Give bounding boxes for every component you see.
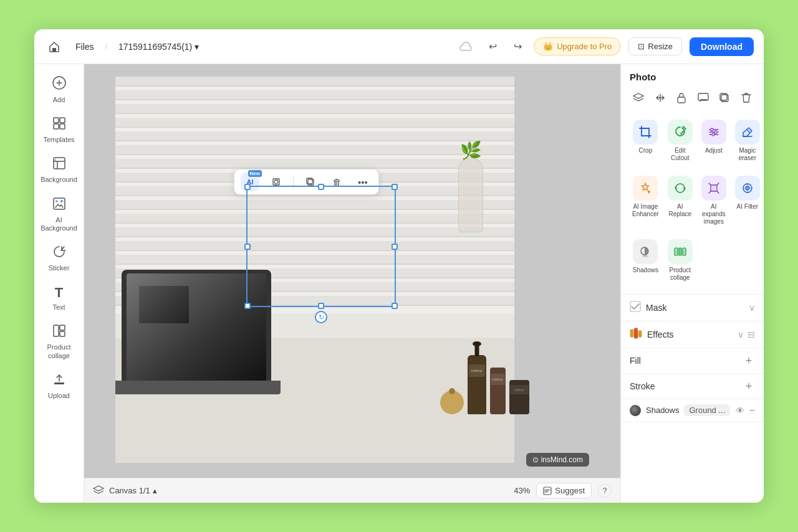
shadow-visibility-icon[interactable]: 👁 <box>736 406 744 416</box>
selection-handle-ml[interactable] <box>244 244 251 250</box>
stroke-row: Stroke + <box>621 374 764 399</box>
sidebar-item-sticker-label: Sticker <box>49 264 70 272</box>
svg-rect-0 <box>52 48 56 52</box>
selection-handle-tr[interactable] <box>392 184 398 190</box>
tool-edit-cutout[interactable]: Edit Cutout <box>665 115 695 167</box>
laptop-screen <box>127 273 266 382</box>
vase-body <box>458 158 483 232</box>
fill-add-button[interactable]: + <box>743 354 755 367</box>
files-button[interactable]: Files <box>72 39 98 54</box>
ai-expands-label: AI expands images <box>701 203 726 226</box>
tool-adjust[interactable]: Adjust <box>699 115 729 167</box>
selection-handle-bl[interactable] <box>244 303 251 309</box>
rotate-handle[interactable]: ↻ <box>315 311 327 323</box>
home-button[interactable] <box>44 37 64 57</box>
download-button[interactable]: Download <box>690 37 754 56</box>
selection-box[interactable]: ↻ isMind isMind <box>246 186 396 307</box>
ai-replace-label: AI Replace <box>668 203 693 218</box>
layers-action-icon[interactable] <box>630 88 648 107</box>
suggest-button[interactable]: Suggest <box>536 483 592 498</box>
svg-rect-37 <box>635 328 638 338</box>
crop-label: Crop <box>639 147 653 154</box>
shadows-icon <box>633 239 658 264</box>
selection-handle-bc[interactable] <box>318 303 324 309</box>
svg-point-26 <box>712 133 714 136</box>
canvas-label[interactable]: Canvas 1/1 ▴ <box>109 486 157 495</box>
selection-handle-tc[interactable] <box>318 184 324 190</box>
sidebar-item-text-label: Text <box>52 303 65 311</box>
sidebar-item-ai-background[interactable]: AI Background <box>38 192 80 237</box>
shadows-label: Shadows <box>633 267 658 274</box>
delete-action-icon[interactable] <box>738 88 756 107</box>
upgrade-button[interactable]: 👑 Upgrade to Pro <box>534 37 621 55</box>
canvas-label-text: Canvas 1/1 <box>109 486 150 495</box>
transform-action-icon[interactable] <box>651 88 670 107</box>
sidebar-item-background[interactable]: Background <box>38 151 80 189</box>
left-sidebar: Add Templates <box>34 64 84 503</box>
filename-display[interactable]: 1715911695745(1) ▾ <box>115 39 203 54</box>
text-icon: T <box>55 285 63 301</box>
svg-rect-34 <box>683 248 686 255</box>
sidebar-item-templates[interactable]: Templates <box>38 112 80 149</box>
background-icon <box>52 156 66 173</box>
canvas-inner[interactable]: 🌿 AI New <box>84 64 620 478</box>
canvas-bottom-left: Canvas 1/1 ▴ <box>93 485 157 496</box>
filename-text: 1715911695745(1) <box>118 42 192 52</box>
sidebar-item-add[interactable]: Add <box>38 70 80 109</box>
tool-product-collage[interactable]: Product collage <box>665 234 695 287</box>
fill-label: Fill <box>630 356 641 366</box>
help-button[interactable]: ? <box>598 484 612 498</box>
lock-action-icon[interactable] <box>673 88 691 107</box>
tool-ai-enhancer[interactable]: AI Image Enhancer <box>630 171 661 230</box>
tool-magic-eraser[interactable]: Magic eraser <box>733 115 762 167</box>
sticker-icon <box>52 245 66 262</box>
mask-icon <box>630 301 641 315</box>
tool-shadows[interactable]: Shadows <box>630 234 661 287</box>
svg-point-10 <box>55 200 58 202</box>
effects-row[interactable]: Effects ∨ ⊟ <box>621 321 764 348</box>
undo-button[interactable]: ↩ <box>484 38 501 55</box>
duplicate-action-icon[interactable] <box>716 88 734 107</box>
mask-row-actions: ∨ <box>749 303 755 313</box>
tool-ai-replace[interactable]: AI Replace <box>665 171 695 230</box>
stroke-add-button[interactable]: + <box>743 380 755 392</box>
product-4: isMind <box>509 380 529 414</box>
effects-chevron-icon: ∨ <box>738 330 744 340</box>
effects-settings-icon[interactable]: ⊟ <box>748 330 755 340</box>
svg-rect-20 <box>678 97 685 103</box>
svg-rect-5 <box>60 124 65 129</box>
shadow-remove-button[interactable]: − <box>749 405 755 416</box>
add-icon <box>52 75 67 93</box>
shadow-type-selector[interactable]: Ground ... <box>684 404 730 416</box>
fill-row: Fill + <box>621 348 764 374</box>
watermark-icon: ⊙ <box>532 455 539 464</box>
sidebar-item-sticker[interactable]: Sticker <box>38 240 80 277</box>
selection-handle-mr[interactable] <box>392 244 398 250</box>
selection-handle-br[interactable] <box>392 303 398 309</box>
cloud-sync-icon <box>456 37 476 57</box>
selection-handle-tl[interactable] <box>244 184 251 190</box>
sidebar-item-product-collage[interactable]: Product collage <box>38 319 80 364</box>
canvas-area: 🌿 AI New <box>84 64 620 503</box>
mask-row[interactable]: Mask ∨ <box>621 295 764 321</box>
redo-button[interactable]: ↪ <box>509 38 526 55</box>
svg-rect-32 <box>675 248 678 255</box>
tool-ai-filter[interactable]: AI Filter <box>733 171 762 230</box>
photo-actions-row <box>630 88 755 107</box>
shadow-dot-icon <box>630 405 641 416</box>
tools-grid: Crop Edit Cutout <box>630 115 755 287</box>
svg-point-24 <box>711 128 713 131</box>
canvas-bottom-right: 43% Suggest ? <box>514 483 612 498</box>
resize-button[interactable]: ⊡ Resize <box>628 37 682 55</box>
comment-action-icon[interactable] <box>695 88 713 107</box>
tool-crop[interactable]: Crop <box>630 115 661 167</box>
tool-ai-expands[interactable]: AI expands images <box>699 171 729 230</box>
right-panel: Photo <box>620 64 764 503</box>
layers-icon[interactable] <box>93 485 104 496</box>
crop-icon <box>633 120 658 145</box>
sidebar-item-upload[interactable]: Upload <box>38 368 80 405</box>
sidebar-item-text[interactable]: T Text <box>38 280 80 316</box>
canvas-chevron-icon: ▴ <box>153 486 157 495</box>
product-collage-tool-label: Product collage <box>668 267 693 282</box>
header-separator: / <box>105 42 107 51</box>
